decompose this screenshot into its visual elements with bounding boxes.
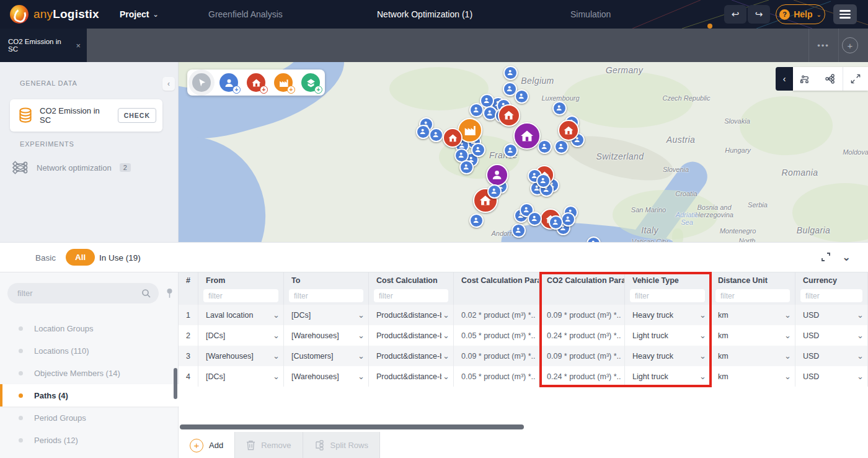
customer-marker[interactable]	[487, 184, 502, 199]
expand-panel-icon[interactable]	[821, 252, 831, 262]
cell-to-dropdown[interactable]: [Customers]⌄	[284, 346, 369, 366]
top-nav-network-optimization-1[interactable]: Network Optimization (1)	[377, 0, 472, 29]
project-menu[interactable]: Project ⌄	[120, 0, 159, 29]
panel-tab-all[interactable]: All	[66, 249, 95, 266]
scrollbar-horizontal[interactable]	[180, 424, 524, 429]
column-filter-cost-calculation[interactable]	[374, 289, 448, 302]
cell-cost-calculation-dropdown[interactable]: Product&distance-b⌄	[369, 325, 454, 346]
top-nav-greenfield-analysis[interactable]: Greenfield Analysis	[208, 0, 283, 29]
column-filter-to[interactable]	[289, 289, 363, 302]
cell-distance-unit-dropdown[interactable]: km⌄	[711, 325, 795, 346]
table-nav-locations-110[interactable]: Locations (110)	[0, 339, 179, 362]
customer-marker[interactable]	[536, 174, 551, 188]
column-header-cost-calculation-param[interactable]: Cost Calculation Param	[454, 272, 539, 305]
cell-co2-calculation-param[interactable]: 0.24 * product (m³) *...	[539, 366, 625, 387]
column-header-[interactable]: #	[179, 272, 198, 305]
cell-co2-calculation-param[interactable]: 0.09 * product (m³) *...	[539, 305, 625, 325]
fullscreen-map-button[interactable]	[843, 67, 868, 91]
dc-marker[interactable]	[498, 104, 520, 127]
customer-marker[interactable]	[503, 66, 518, 80]
table-nav-paths-4[interactable]: Paths (4)	[0, 384, 179, 406]
map-view[interactable]: GermanyBelgiumLuxembourgCzech RepublicSl…	[179, 62, 868, 242]
collapse-panel-button[interactable]: ⌄	[842, 251, 851, 264]
scrollbar-vertical[interactable]	[174, 368, 177, 399]
customer-marker[interactable]	[528, 212, 542, 226]
column-header-currency[interactable]: Currency	[795, 272, 868, 305]
cell-currency-dropdown[interactable]: USD⌄	[795, 325, 868, 346]
cell-currency-dropdown[interactable]: USD⌄	[795, 346, 868, 366]
add-customer-tool-button[interactable]: +	[219, 73, 238, 92]
add-supplier-tool-button[interactable]: +	[301, 73, 320, 92]
cell-cost-calculation-param[interactable]: 0.05 * product (m³) *...	[454, 325, 539, 346]
add-dc-tool-button[interactable]: +	[247, 73, 265, 92]
tab-co2-emission-in-sc[interactable]: CO2 Emission in SC ×	[0, 29, 87, 62]
add-button[interactable]: +Add	[179, 432, 235, 458]
cell-co2-calculation-param[interactable]: 0.24 * product (m³) *...	[539, 325, 625, 346]
cell-vehicle-type-dropdown[interactable]: Light truck⌄	[625, 325, 711, 346]
panel-tab-in-use-19[interactable]: In Use (19)	[99, 243, 141, 272]
customer-marker[interactable]	[515, 89, 529, 104]
table-nav-periods-12[interactable]: Periods (12)	[0, 429, 179, 451]
cell-to-dropdown[interactable]: [Warehouses]⌄	[284, 366, 369, 387]
tables-filter-input[interactable]	[7, 283, 159, 303]
customer-marker[interactable]	[429, 128, 443, 142]
cell-vehicle-type-dropdown[interactable]: Light truck⌄	[625, 366, 711, 387]
customer-marker[interactable]	[561, 212, 575, 227]
undo-button[interactable]: ↩	[724, 5, 746, 24]
cell-cost-calculation-param[interactable]: 0.02 * product (m³) *...	[454, 305, 539, 325]
column-filter-from[interactable]	[203, 289, 278, 302]
cell-cost-calculation-param[interactable]: 0.09 * product (m³) *...	[454, 346, 539, 366]
cell-cost-calculation-dropdown[interactable]: Product&distance-b⌄	[369, 346, 454, 366]
customer-marker[interactable]	[503, 143, 518, 158]
cell-from-dropdown[interactable]: Laval location⌄	[198, 305, 284, 325]
cell-from-dropdown[interactable]: [DCs]⌄	[198, 366, 284, 387]
customer-marker[interactable]	[554, 140, 569, 154]
cell-currency-dropdown[interactable]: USD⌄	[795, 366, 868, 387]
show-connections-button[interactable]	[818, 67, 843, 91]
cell-vehicle-type-dropdown[interactable]: Heavy truck⌄	[625, 305, 711, 325]
warehouse-marker[interactable]	[513, 122, 541, 150]
select-tool-button[interactable]	[192, 73, 211, 92]
redo-button[interactable]: ↪	[748, 5, 770, 24]
column-header-co2-calculation-param[interactable]: CO2 Calculation Param	[539, 272, 625, 305]
help-button[interactable]: ? Help ⌄	[776, 4, 825, 24]
dc-marker[interactable]	[558, 120, 579, 141]
cell-to-dropdown[interactable]: [DCs]⌄	[284, 305, 369, 325]
collapse-sidebar-button[interactable]: ‹	[162, 77, 175, 91]
check-button[interactable]: CHECK	[118, 108, 156, 123]
dc-marker[interactable]	[443, 128, 463, 148]
cell-from-dropdown[interactable]: [Warehouses]⌄	[198, 346, 284, 366]
cell-co2-calculation-param[interactable]: 0.09 * product (m³) *...	[539, 346, 625, 366]
cell-to-dropdown[interactable]: [Warehouses]⌄	[284, 325, 369, 346]
cell-distance-unit-dropdown[interactable]: km⌄	[711, 346, 795, 366]
table-nav-location-groups[interactable]: Location Groups	[0, 317, 179, 339]
column-filter-distance-unit[interactable]	[715, 289, 790, 302]
more-tabs-button[interactable]: •••	[810, 29, 837, 62]
customer-marker[interactable]	[469, 103, 484, 117]
cell-distance-unit-dropdown[interactable]: km⌄	[711, 366, 795, 387]
column-header-cost-calculation[interactable]: Cost Calculation	[369, 272, 454, 305]
customer-marker[interactable]	[512, 223, 526, 238]
cell-cost-calculation-param[interactable]: 0.05 * product (m³) *...	[454, 366, 539, 387]
cell-cost-calculation-dropdown[interactable]: Product&distance-b⌄	[369, 366, 454, 387]
cell-cost-calculation-dropdown[interactable]: Product&distance-b⌄	[369, 305, 454, 325]
experiment-network-optimization[interactable]: Network optimization 2	[12, 160, 131, 175]
table-nav-period-groups[interactable]: Period Groups	[0, 406, 179, 429]
collapse-map-controls-button[interactable]: ‹	[776, 67, 793, 91]
scenario-card[interactable]: CO2 Emission in SC CHECK	[10, 99, 162, 132]
customer-marker[interactable]	[416, 125, 430, 139]
customer-marker[interactable]	[469, 213, 484, 228]
show-paths-button[interactable]	[793, 67, 818, 91]
column-header-distance-unit[interactable]: Distance Unit	[711, 272, 795, 305]
column-header-vehicle-type[interactable]: Vehicle Type	[625, 272, 711, 305]
customer-marker[interactable]	[459, 160, 474, 174]
cell-distance-unit-dropdown[interactable]: km⌄	[711, 305, 795, 325]
column-header-to[interactable]: To	[284, 272, 369, 305]
panel-tab-basic[interactable]: Basic	[35, 243, 56, 272]
add-factory-tool-button[interactable]: +	[274, 73, 293, 92]
customer-marker[interactable]	[552, 101, 567, 115]
warehouse-person-marker[interactable]	[486, 164, 508, 186]
main-menu-button[interactable]	[833, 4, 857, 24]
cell-vehicle-type-dropdown[interactable]: Heavy truck⌄	[625, 346, 711, 366]
top-nav-simulation[interactable]: Simulation	[570, 0, 611, 29]
